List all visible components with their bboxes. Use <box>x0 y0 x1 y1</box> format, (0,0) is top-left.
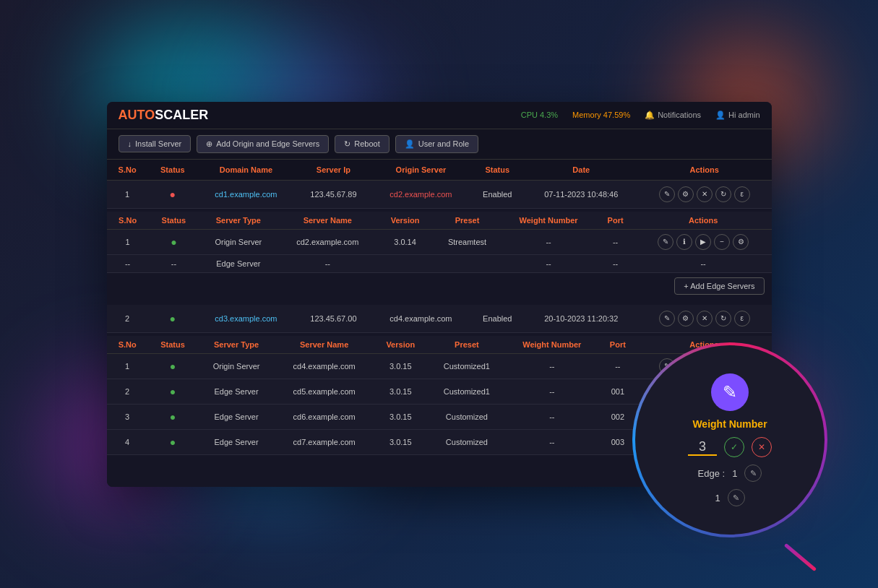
row1-sno: 1 <box>107 180 148 208</box>
row1-edit-btn[interactable]: ✎ <box>659 186 675 202</box>
user-menu-button[interactable]: 👤 Hi admin <box>715 111 759 120</box>
sub2-r2-sno: 2 <box>107 379 148 404</box>
sub2-col-name: Server Name <box>275 336 373 354</box>
refresh-icon: ↻ <box>344 139 350 149</box>
user-role-button[interactable]: 👤 User and Role <box>395 135 478 153</box>
sub2-r3-weight: -- <box>505 404 598 429</box>
row1-refresh-btn[interactable]: ↻ <box>715 186 731 202</box>
sub2-r1-preset: Customized1 <box>428 353 505 379</box>
status-red-icon: ● <box>170 189 176 200</box>
clearfix-1: + Add Edge Servers <box>107 273 772 299</box>
col-origin-server: Origin Server <box>372 160 470 181</box>
s2r4-status-icon: ● <box>170 436 176 448</box>
row1-actions: ✎ ⚙ ✕ ↻ ε <box>637 180 772 208</box>
sub-col-server-type: Server Type <box>199 212 278 230</box>
sub2-r2-weight: -- <box>505 379 598 404</box>
s2r2-status-icon: ● <box>170 386 176 397</box>
origin-text-2[interactable]: cd4.example.com <box>389 314 452 323</box>
add-origin-edge-button[interactable]: ⊕ Add Origin and Edge Servers <box>197 135 329 153</box>
row1-domain[interactable]: cd1.example.com <box>197 180 295 208</box>
s2r1-status-icon: ● <box>170 360 176 372</box>
app-wrapper: AUTOSCALER CPU 4.3% Memory 47.59% 🔔 Noti… <box>0 0 878 588</box>
sub2-r4-preset: Customized <box>428 429 505 454</box>
sub2-r2-name: cd5.example.com <box>275 379 373 404</box>
cancel-weight-button[interactable]: ✕ <box>752 437 772 457</box>
row2-refresh-btn[interactable]: ↻ <box>715 311 731 327</box>
header-right: CPU 4.3% Memory 47.59% 🔔 Notifications 👤… <box>521 111 760 120</box>
sub1-r1-status: ● <box>149 229 199 254</box>
s2r3-status-icon: ● <box>170 411 176 423</box>
sub1-r1-weight: -- <box>502 229 596 254</box>
sub2-r1-status: ● <box>148 353 197 379</box>
row2-origin[interactable]: cd4.example.com <box>372 305 470 333</box>
col-date: Date <box>525 160 637 181</box>
notifications-button[interactable]: 🔔 Notifications <box>645 111 701 120</box>
row2-settings-btn[interactable]: ⚙ <box>678 311 694 327</box>
row1-enabled: Enabled <box>470 180 525 208</box>
row1-action-icons: ✎ ⚙ ✕ ↻ ε <box>645 186 765 202</box>
row2-extra-btn[interactable]: ε <box>734 311 750 327</box>
row2-edit-btn[interactable]: ✎ <box>659 311 675 327</box>
reboot-button[interactable]: ↻ Reboot <box>335 135 389 153</box>
sub-table-container-1: S.No Status Server Type Server Name Vers… <box>107 209 772 305</box>
row2-server-ip: 123.45.67.00 <box>295 305 372 333</box>
sub1-r2-status: -- <box>149 254 199 272</box>
domain-link-2[interactable]: cd3.example.com <box>215 314 277 323</box>
row1-server-ip: 123.45.67.89 <box>295 180 372 208</box>
sub2-r1-sno: 1 <box>107 353 148 379</box>
row2-domain[interactable]: cd3.example.com <box>197 305 295 333</box>
sub2-r4-port: 003 <box>598 429 637 454</box>
magnifier-edit-icon: ✎ <box>711 373 749 411</box>
row1-origin[interactable]: cd2.example.com <box>372 180 470 208</box>
row1-extra-btn[interactable]: ε <box>734 186 750 202</box>
sub2-r1-name: cd4.example.com <box>275 353 373 379</box>
sub1-r1-edit-btn[interactable]: ✎ <box>658 234 673 250</box>
domain-link[interactable]: cd1.example.com <box>215 190 277 199</box>
status-green-icon: ● <box>171 236 176 248</box>
logo: AUTOSCALER <box>119 108 209 123</box>
sub2-r4-status: ● <box>148 429 197 454</box>
sub2-r1-version: 3.0.15 <box>373 353 428 379</box>
sub1-r1-type: Origin Server <box>199 229 278 254</box>
magnifier-inner: ✎ Weight Number ✓ ✕ Edge : 1 ✎ <box>635 345 825 535</box>
sub-table-row-1: S.No Status Server Type Server Name Vers… <box>107 208 772 305</box>
plus-icon: ⊕ <box>206 139 212 149</box>
origin-link[interactable]: cd2.example.com <box>389 190 452 199</box>
weight-input[interactable] <box>688 439 717 456</box>
sub1-r1-minus-btn[interactable]: − <box>714 234 730 250</box>
install-server-button[interactable]: ↓ Install Server <box>119 135 191 152</box>
add-edge-servers-btn-1[interactable]: + Add Edge Servers <box>674 277 764 295</box>
row1-play-btn[interactable]: ✕ <box>697 186 713 202</box>
sub2-r2-version: 3.0.15 <box>373 379 428 404</box>
sub2-col-type: Server Type <box>197 336 275 354</box>
magnifier-weight-row-1: Edge : 1 ✎ <box>698 464 762 482</box>
weight-value-1: 1 <box>732 468 737 479</box>
add-origin-edge-label: Add Origin and Edge Servers <box>216 139 319 148</box>
row2-action-icons: ✎ ⚙ ✕ ↻ ε <box>645 311 765 327</box>
sub-table-1: S.No Status Server Type Server Name Vers… <box>107 212 772 273</box>
confirm-weight-button[interactable]: ✓ <box>724 437 744 457</box>
row1-settings-btn[interactable]: ⚙ <box>678 186 694 202</box>
sub1-r2-actions: -- <box>635 254 772 272</box>
sub2-col-weight: Weight Number <box>505 336 598 354</box>
sub-col-sno: S.No <box>107 212 149 230</box>
sub1-r2-version <box>377 254 433 272</box>
row2-play-btn[interactable]: ✕ <box>697 311 713 327</box>
edit-weight-1-btn[interactable]: ✎ <box>744 464 762 482</box>
sub1-r1-settings-btn[interactable]: ⚙ <box>733 234 749 250</box>
sub1-r1-name: cd2.example.com <box>278 229 377 254</box>
sub-col-version: Version <box>377 212 433 230</box>
edit-weight-2-btn[interactable]: ✎ <box>728 489 745 506</box>
sub1-r1-info-btn[interactable]: ℹ <box>676 234 692 250</box>
sub-header-row: S.No Status Server Type Server Name Vers… <box>107 212 772 230</box>
magnifier-title: Weight Number <box>692 418 767 430</box>
sub2-col-preset: Preset <box>428 336 505 354</box>
row2-sno: 2 <box>107 305 148 333</box>
sub1-r1-play-btn[interactable]: ▶ <box>695 234 711 250</box>
sub1-r2-sno: -- <box>107 254 149 272</box>
sub2-r1-type: Origin Server <box>197 353 275 379</box>
row2-enabled: Enabled <box>470 305 525 333</box>
sub2-r2-preset: Customized1 <box>428 379 505 404</box>
sub-col-server-name: Server Name <box>278 212 377 230</box>
sub2-r4-sno: 4 <box>107 429 148 454</box>
